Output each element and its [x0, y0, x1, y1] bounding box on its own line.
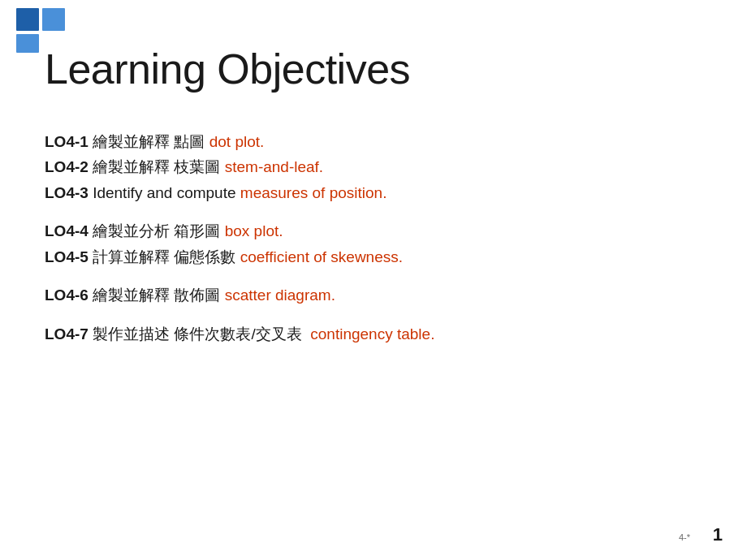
- lo-english-text: box plot.: [225, 222, 283, 239]
- page-title: Learning Objectives: [45, 45, 410, 93]
- lo-chinese-text: Identify and compute: [93, 184, 240, 201]
- lo-english-text: measures of position.: [240, 184, 387, 201]
- slide-container: Learning Objectives LO4-1 繪製並解釋 點圖 dot p…: [0, 0, 747, 560]
- list-item: LO4-1 繪製並解釋 點圖 dot plot.: [45, 130, 702, 153]
- lo-id: LO4-2: [45, 158, 89, 175]
- lo-english-text: dot plot.: [209, 133, 265, 150]
- lo-chinese-text: 計算並解釋 偏態係數: [93, 248, 240, 265]
- list-item: LO4-3 Identify and compute measures of p…: [45, 181, 702, 205]
- list-item: LO4-2 繪製並解釋 枝葉圖 stem-and-leaf.: [45, 155, 702, 179]
- lo-english-text: contingency table.: [310, 325, 434, 342]
- lo-id: LO4-1: [45, 133, 89, 150]
- list-item: LO4-7 製作並描述 條件次數表/交叉表 contingency table.: [45, 322, 702, 346]
- svg-rect-0: [16, 8, 39, 31]
- svg-rect-1: [42, 8, 65, 31]
- lo-chinese-text: 繪製並解釋 點圖: [93, 133, 209, 150]
- lo-chinese-text: 繪製並解釋 散佈圖: [93, 286, 225, 304]
- lo-id: LO4-3: [45, 184, 89, 201]
- lo-id: LO4-7: [45, 325, 89, 342]
- lo-chinese-text: 製作並描述 條件次數表/交叉表: [93, 325, 310, 342]
- lo-chinese-text: 繪製並解釋 枝葉圖: [93, 158, 225, 175]
- lo-id: LO4-5: [45, 248, 89, 265]
- objectives-list: LO4-1 繪製並解釋 點圖 dot plot. LO4-2 繪製並解釋 枝葉圖…: [45, 130, 702, 347]
- list-item: LO4-4 繪製並分析 箱形圖 box plot.: [45, 219, 702, 243]
- lo-chinese-text: 繪製並分析 箱形圖: [93, 222, 225, 239]
- lo-id: LO4-6: [45, 286, 89, 304]
- lo-id: LO4-4: [45, 222, 89, 239]
- list-item: LO4-5 計算並解釋 偏態係數 coefficient of skewness…: [45, 245, 702, 269]
- svg-rect-2: [16, 34, 39, 53]
- slide-code: 4-*: [679, 532, 690, 542]
- list-item: LO4-6 繪製並解釋 散佈圖 scatter diagram.: [45, 283, 702, 307]
- lo-english-text: coefficient of skewness.: [240, 248, 403, 265]
- lo-english-text: stem-and-leaf.: [225, 158, 323, 175]
- page-number: 1: [713, 524, 723, 545]
- lo-english-text: scatter diagram.: [225, 286, 335, 304]
